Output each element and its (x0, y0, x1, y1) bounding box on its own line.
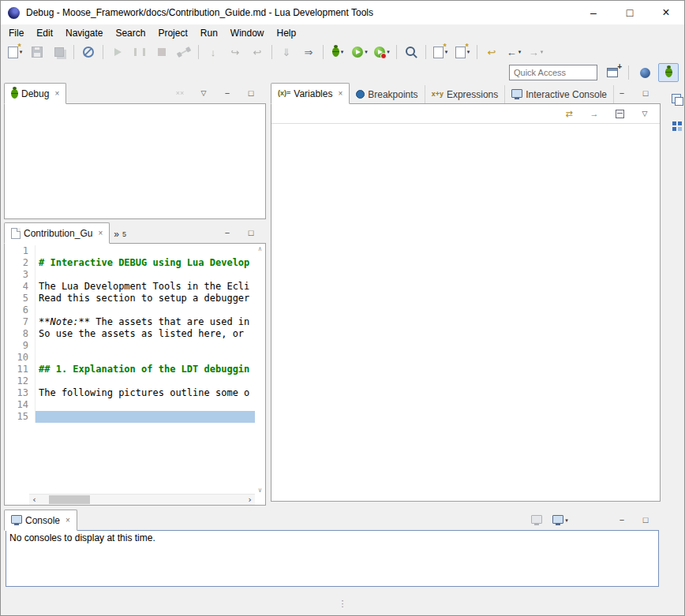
tab-interactive-console[interactable]: Interactive Console (505, 85, 614, 103)
save-all-icon[interactable] (49, 43, 69, 62)
editor-line-12[interactable]: 12 (5, 375, 255, 387)
new-project-icon[interactable]: ▾ (452, 43, 473, 62)
new-wizard-icon[interactable]: ▾ (5, 43, 25, 62)
restore-view-icon[interactable] (666, 89, 685, 108)
scroll-right-button[interactable]: › (245, 495, 255, 505)
scroll-up-button[interactable]: ∧ (258, 245, 262, 252)
editor-line-9[interactable]: 9 (5, 340, 255, 352)
menu-edit[interactable]: Edit (30, 25, 59, 41)
editor-line-10[interactable]: 10 (5, 352, 255, 364)
editor-line-4[interactable]: 4The Lua Development Tools in the Ecli (5, 281, 255, 293)
editor-line-7[interactable]: 7**Note:** The assets that are used in (5, 316, 255, 328)
maximize-icon[interactable]: □ (241, 224, 261, 243)
menu-run[interactable]: Run (194, 25, 224, 41)
suspend-icon[interactable] (129, 43, 150, 62)
scroll-down-button[interactable]: ∨ (258, 487, 262, 494)
minimized-views-icon[interactable] (666, 116, 685, 135)
menu-file[interactable]: File (2, 25, 30, 41)
editor-line-11[interactable]: 11## 1. Explanation of the LDT debuggin (5, 364, 255, 375)
dropdown-arrow-icon[interactable]: ▾ (341, 49, 344, 55)
minimize-window-button[interactable]: – (575, 1, 612, 24)
editor-tab-overflow[interactable]: »5 (110, 225, 130, 243)
close-icon[interactable]: × (98, 229, 103, 237)
skip-all-breakpoints-icon[interactable] (78, 43, 99, 62)
open-perspective-icon[interactable] (602, 63, 623, 82)
show-logical-structure-icon[interactable]: ⇄ (559, 104, 579, 123)
dropdown-arrow-icon[interactable]: ▾ (387, 49, 390, 55)
use-step-filters-icon[interactable]: ⇒ (298, 43, 319, 62)
dropdown-arrow-icon[interactable]: ▾ (365, 49, 368, 55)
maximize-icon[interactable]: □ (635, 84, 656, 103)
quick-access-input[interactable] (509, 65, 597, 80)
console-output[interactable]: No consoles to display at this time. (6, 530, 659, 587)
editor-line-5[interactable]: 5Read this section to setup a debugger (5, 293, 255, 304)
save-icon[interactable] (27, 43, 47, 62)
dropdown-arrow-icon[interactable]: ▾ (541, 49, 544, 55)
tab-console[interactable]: Console × (4, 510, 77, 531)
run-icon[interactable]: ▾ (350, 43, 370, 62)
minimize-icon[interactable]: − (612, 84, 632, 103)
sash-drag-handle[interactable]: ⋮ (339, 599, 347, 609)
debug-perspective-icon[interactable] (658, 63, 679, 82)
tab-variables[interactable]: (x)=Variables× (271, 83, 350, 104)
external-tools-icon[interactable]: ▾ (372, 43, 392, 62)
new-wizard-icon (8, 47, 18, 58)
tab-debug[interactable]: Debug × (4, 83, 66, 104)
editor-line-3[interactable]: 3 (5, 269, 255, 281)
close-icon[interactable]: × (54, 89, 59, 98)
horizontal-scrollbar[interactable]: ‹ › (29, 494, 255, 505)
forward-icon[interactable]: →▾ (526, 43, 546, 62)
remove-all-terminated-icon[interactable]: ×× (170, 84, 190, 103)
resume-icon[interactable] (107, 43, 128, 62)
terminate-icon[interactable] (152, 43, 172, 62)
back-icon[interactable]: ←▾ (503, 43, 524, 62)
menu-help[interactable]: Help (271, 25, 303, 41)
scroll-left-button[interactable]: ‹ (29, 495, 39, 505)
dropdown-arrow-icon[interactable]: ▾ (518, 49, 522, 55)
show-details-icon[interactable]: → (584, 104, 605, 123)
editor-line-6[interactable]: 6 (5, 304, 255, 316)
editor-line-14[interactable]: 14 (5, 399, 255, 411)
view-menu-icon[interactable]: ▽ (193, 84, 214, 103)
tab-breakpoints[interactable]: Breakpoints (350, 85, 425, 103)
close-window-button[interactable]: × (648, 1, 684, 24)
minimize-icon[interactable]: − (217, 84, 238, 103)
step-return-icon[interactable]: ↩ (247, 43, 268, 62)
debug-icon[interactable]: ▾ (328, 43, 348, 62)
collapse-all-icon[interactable] (609, 104, 630, 123)
editor-line-15[interactable]: 15 (5, 411, 255, 423)
last-edit-location-icon[interactable]: ↩ (481, 43, 502, 62)
close-icon[interactable]: × (66, 516, 70, 525)
minimize-icon[interactable]: − (217, 224, 238, 243)
open-console-icon[interactable]: ▾ (550, 511, 571, 530)
disconnect-icon[interactable] (174, 43, 194, 62)
search-icon[interactable] (401, 43, 421, 62)
editor-line-8[interactable]: 8So use the assets as listed here, or (5, 328, 255, 340)
dropdown-arrow-icon[interactable]: ▾ (565, 517, 568, 524)
view-menu-icon[interactable]: ▽ (634, 104, 655, 123)
editor-line-13[interactable]: 13The following pictures outline some o (5, 387, 255, 399)
display-selected-console-icon[interactable] (526, 511, 547, 530)
step-over-icon[interactable]: ↪ (225, 43, 245, 62)
new-lua-file-icon[interactable]: ▾ (430, 43, 451, 62)
scrollbar-thumb[interactable] (49, 495, 90, 504)
drop-to-frame-icon[interactable]: ⇓ (276, 43, 297, 62)
step-into-icon[interactable]: ↓ (203, 43, 223, 62)
menu-window[interactable]: Window (224, 25, 271, 41)
menu-project[interactable]: Project (152, 25, 193, 41)
editor-tab-contribution-guide[interactable]: Contribution_Gu × (4, 222, 110, 244)
editor-line-1[interactable]: 1 (5, 245, 255, 257)
menu-search[interactable]: Search (109, 25, 152, 41)
line-text (36, 304, 255, 316)
editor-line-2[interactable]: 2# Interactive DEBUG using Lua Develop (5, 257, 255, 269)
scrollbar-track[interactable] (39, 495, 245, 505)
menu-navigate[interactable]: Navigate (59, 25, 109, 41)
close-icon[interactable]: × (338, 89, 342, 98)
maximize-window-button[interactable]: □ (612, 1, 648, 24)
ldt-perspective-icon[interactable] (634, 63, 655, 82)
minimize-icon[interactable]: − (612, 511, 632, 530)
tab-expressions[interactable]: x+yExpressions (425, 85, 506, 103)
maximize-icon[interactable]: □ (635, 511, 656, 530)
maximize-icon[interactable]: □ (241, 84, 261, 103)
app-logo-icon[interactable] (8, 7, 20, 19)
